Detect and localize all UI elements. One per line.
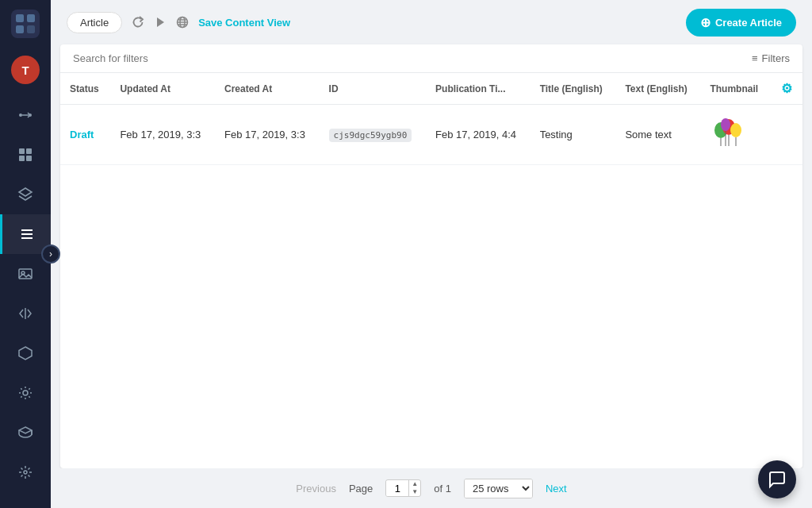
sidebar-item-integrations[interactable] <box>0 452 51 492</box>
header: Article Save Content View ⊕ Cr <box>51 0 812 44</box>
col-created-at[interactable]: Created At <box>215 73 320 105</box>
page-input-wrap: ▲ ▼ <box>385 479 421 497</box>
article-tab[interactable]: Article <box>67 12 122 33</box>
play-icon[interactable] <box>154 16 167 29</box>
row-publication-time: Feb 17, 2019, 4:4 <box>426 105 530 165</box>
svg-rect-14 <box>19 269 32 279</box>
rows-per-page-select-wrap: 25 rows 50 rows 100 rows <box>464 479 533 498</box>
status-draft-label[interactable]: Draft <box>70 129 94 140</box>
create-article-label: Create Article <box>715 17 782 29</box>
row-created-at: Feb 17, 2019, 3:3 <box>215 105 320 165</box>
col-title-en[interactable]: Title (English) <box>530 73 616 105</box>
sidebar-item-api[interactable] <box>0 294 51 333</box>
table-container: Status Updated At Created At ID Publicat… <box>60 73 802 468</box>
svg-marker-10 <box>19 188 32 196</box>
page-increment[interactable]: ▲ <box>409 480 420 488</box>
sidebar-logo[interactable] <box>0 0 51 48</box>
table-row: Draft Feb 17, 2019, 3:3 Feb 17, 2019, 3:… <box>60 105 802 165</box>
sidebar: T <box>0 0 51 508</box>
svg-rect-8 <box>19 156 25 161</box>
row-text-en: Some text <box>615 105 700 165</box>
create-article-button[interactable]: ⊕ Create Article <box>686 9 796 37</box>
svg-marker-21 <box>157 17 164 27</box>
page-label: Page <box>349 483 373 495</box>
of-total: of 1 <box>434 483 451 495</box>
svg-rect-0 <box>16 14 24 22</box>
svg-point-4 <box>19 114 22 117</box>
save-content-view[interactable]: Save Content View <box>198 17 290 29</box>
page-spinners: ▲ ▼ <box>408 480 420 496</box>
col-settings[interactable]: ⚙ <box>771 73 802 105</box>
create-icon: ⊕ <box>700 15 710 30</box>
svg-rect-3 <box>27 25 35 33</box>
row-thumbnail <box>700 105 771 165</box>
col-status[interactable]: Status <box>60 73 110 105</box>
sidebar-item-settings[interactable] <box>0 373 51 413</box>
globe-icon[interactable] <box>176 16 189 29</box>
svg-marker-17 <box>19 347 32 360</box>
svg-rect-9 <box>26 156 32 161</box>
pagination-footer: Previous Page ▲ ▼ of 1 25 rows 50 rows 1… <box>51 468 812 508</box>
chat-bubble[interactable] <box>758 460 796 498</box>
main: Article Save Content View ⊕ Cr <box>51 0 812 508</box>
sidebar-item-layers[interactable] <box>0 175 51 214</box>
page-number-input[interactable] <box>386 481 408 496</box>
svg-rect-2 <box>16 25 24 33</box>
thumbnail-image <box>710 114 748 152</box>
search-input[interactable] <box>73 52 745 64</box>
filters-button[interactable]: ≡ Filters <box>752 52 790 64</box>
page-decrement[interactable]: ▼ <box>409 488 420 496</box>
avatar[interactable]: T <box>11 56 40 84</box>
row-title-en: Testing <box>530 105 616 165</box>
row-settings <box>771 105 802 165</box>
svg-rect-1 <box>27 14 35 22</box>
sidebar-toggle[interactable]: › <box>41 244 60 264</box>
logo-icon <box>11 10 40 38</box>
row-id: cjs9dgc59ygb90 <box>320 105 427 165</box>
svg-rect-7 <box>26 148 32 154</box>
sidebar-item-learn[interactable] <box>0 413 51 452</box>
refresh-icon[interactable] <box>132 16 144 29</box>
svg-point-32 <box>730 123 741 137</box>
content-table: Status Updated At Created At ID Publicat… <box>60 73 802 165</box>
filters-icon: ≡ <box>752 52 758 64</box>
sidebar-item-arrow-map[interactable] <box>0 95 51 135</box>
svg-point-20 <box>24 471 27 474</box>
previous-button[interactable]: Previous <box>296 483 336 495</box>
col-thumbnail[interactable]: Thumbnail <box>700 73 771 105</box>
col-publication-time[interactable]: Publication Ti... <box>426 73 530 105</box>
col-updated-at[interactable]: Updated At <box>110 73 215 105</box>
rows-per-page-select[interactable]: 25 rows 50 rows 100 rows <box>465 479 532 498</box>
filters-label: Filters <box>762 52 790 64</box>
sidebar-nav <box>0 92 51 508</box>
svg-point-34 <box>721 118 730 131</box>
table-settings-icon[interactable]: ⚙ <box>781 82 792 95</box>
svg-point-18 <box>23 391 28 395</box>
col-id[interactable]: ID <box>320 73 427 105</box>
id-badge: cjs9dgc59ygb90 <box>329 129 412 142</box>
row-status[interactable]: Draft <box>60 105 110 165</box>
sidebar-item-dashboard[interactable] <box>0 135 51 175</box>
col-text-en[interactable]: Text (English) <box>615 73 700 105</box>
search-bar: ≡ Filters <box>60 44 802 73</box>
content-area: ≡ Filters Status Updated At Created At I… <box>60 44 802 468</box>
row-updated-at: Feb 17, 2019, 3:3 <box>110 105 215 165</box>
next-button[interactable]: Next <box>546 483 567 495</box>
sidebar-item-schema[interactable] <box>0 333 51 373</box>
svg-rect-6 <box>19 148 25 154</box>
